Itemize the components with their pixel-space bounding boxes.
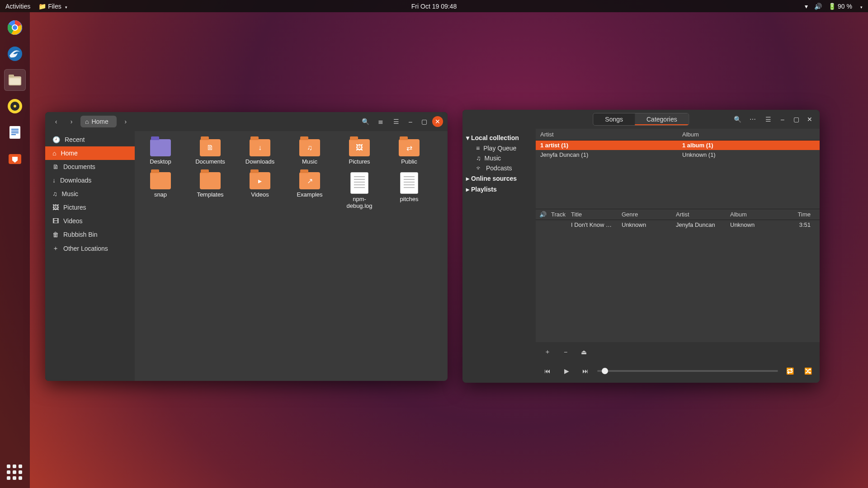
- dock-rhythmbox[interactable]: [4, 95, 26, 117]
- svg-rect-14: [11, 132, 19, 133]
- app-menu[interactable]: 📁 Files: [38, 3, 67, 10]
- prev-button[interactable]: ⏮: [541, 365, 554, 377]
- dock-chrome[interactable]: [4, 17, 26, 38]
- network-icon[interactable]: ▾: [805, 3, 808, 10]
- file-item-desktop[interactable]: Desktop: [141, 137, 180, 167]
- col-genre[interactable]: Genre: [622, 211, 676, 218]
- repeat-icon: 🔁: [786, 367, 794, 375]
- file-item-pictures[interactable]: 🖼Pictures: [340, 137, 379, 167]
- side-label: Rubbish Bin: [63, 231, 98, 238]
- minimize-button[interactable]: –: [405, 116, 416, 127]
- artist-row[interactable]: 1 artist (1): [536, 141, 678, 150]
- path-next[interactable]: ›: [119, 115, 132, 128]
- music-more-button[interactable]: ⋯: [746, 113, 759, 126]
- forward-button[interactable]: ›: [65, 115, 78, 128]
- battery-indicator[interactable]: 🔋 90 %: [828, 3, 852, 10]
- dock-files[interactable]: [4, 69, 26, 91]
- show-applications[interactable]: [7, 465, 23, 481]
- close-button[interactable]: ✕: [432, 116, 443, 127]
- music-minimize-button[interactable]: –: [777, 114, 788, 125]
- section-online[interactable]: ▸Online sources: [462, 173, 536, 184]
- tab-categories[interactable]: Categories: [635, 113, 689, 125]
- sidebar-play-queue[interactable]: ≡Play Queue: [462, 143, 536, 153]
- file-item-music[interactable]: ♫Music: [290, 137, 329, 167]
- side-label: Videos: [63, 217, 83, 225]
- col-album[interactable]: Album: [730, 211, 788, 218]
- view-toggle-button[interactable]: ≣: [374, 115, 387, 128]
- col-title[interactable]: Title: [571, 211, 622, 218]
- album-row[interactable]: Unknown (1): [678, 150, 820, 160]
- system-menu[interactable]: [859, 3, 863, 10]
- file-item-pitches[interactable]: pitches: [390, 170, 429, 211]
- repeat-button[interactable]: 🔁: [783, 365, 796, 377]
- file-item-examples[interactable]: ↗Examples: [290, 170, 329, 211]
- dock-thunderbird[interactable]: [4, 43, 26, 65]
- sidebar-item-rubbish-bin[interactable]: 🗑Rubbish Bin: [45, 228, 135, 241]
- folder-icon: [200, 172, 221, 189]
- shuffle-button[interactable]: 🔀: [802, 365, 814, 377]
- sidebar-item-videos[interactable]: 🎞Videos: [45, 214, 135, 228]
- file-item-public[interactable]: ⇄Public: [390, 137, 429, 167]
- artist-header[interactable]: Artist: [536, 129, 678, 141]
- music-close-button[interactable]: ✕: [804, 114, 815, 125]
- files-grid: Desktop🗎Documents↓Downloads♫Music🖼Pictur…: [141, 137, 441, 211]
- file-label: Examples: [297, 191, 322, 198]
- file-item-snap[interactable]: snap: [141, 170, 180, 211]
- col-track[interactable]: Track: [551, 211, 571, 218]
- volume-icon[interactable]: 🔊: [814, 3, 822, 10]
- search-button[interactable]: 🔍: [359, 115, 372, 128]
- side-label: Other Locations: [63, 245, 108, 252]
- add-button[interactable]: ＋: [541, 346, 554, 358]
- music-menu-button[interactable]: ☰: [762, 113, 774, 126]
- music-window: Songs Categories 🔍 ⋯ ☰ – ▢ ✕ ▾Local coll…: [462, 110, 820, 383]
- sidebar-item-downloads[interactable]: ↓Downloads: [45, 174, 135, 187]
- sidebar-item-music[interactable]: ♫Music: [45, 187, 135, 201]
- music-search-button[interactable]: 🔍: [731, 113, 744, 126]
- sidebar-item-pictures[interactable]: 🖼Pictures: [45, 201, 135, 214]
- file-item-documents[interactable]: 🗎Documents: [191, 137, 230, 167]
- activities-button[interactable]: Activities: [5, 3, 30, 10]
- back-button[interactable]: ‹: [50, 115, 62, 128]
- file-item-npm-debug-log[interactable]: npm-debug.log: [340, 170, 379, 211]
- file-item-templates[interactable]: Templates: [191, 170, 230, 211]
- play-button[interactable]: ▶: [560, 365, 573, 377]
- hamburger-button[interactable]: ☰: [390, 115, 402, 128]
- sidebar-item-other-locations[interactable]: ＋Other Locations: [45, 241, 135, 256]
- file-item-videos[interactable]: ▸Videos: [241, 170, 279, 211]
- seek-slider[interactable]: [597, 370, 778, 372]
- rss-icon: ᯤ: [476, 164, 482, 172]
- section-playlists[interactable]: ▸Playlists: [462, 184, 536, 195]
- tab-songs[interactable]: Songs: [593, 113, 635, 125]
- sidebar-music[interactable]: ♫Music: [462, 153, 536, 163]
- artist-row[interactable]: Jenyfa Duncan (1): [536, 150, 678, 160]
- sound-icon[interactable]: 🔊: [539, 211, 551, 218]
- remove-button[interactable]: −: [559, 346, 572, 358]
- col-time[interactable]: Time: [788, 211, 816, 218]
- sidebar-item-home[interactable]: ⌂Home: [45, 146, 135, 160]
- view-switcher: Songs Categories: [593, 113, 689, 126]
- dock-software[interactable]: [4, 148, 26, 169]
- plus-icon: ＋: [544, 348, 551, 356]
- slider-thumb[interactable]: [602, 368, 608, 374]
- eject-button[interactable]: ⏏: [577, 346, 590, 358]
- col-artist[interactable]: Artist: [676, 211, 730, 218]
- section-local[interactable]: ▾Local collection: [462, 132, 536, 143]
- maximize-button[interactable]: ▢: [419, 116, 429, 127]
- path-crumb-home[interactable]: ⌂ Home: [80, 116, 117, 127]
- app-menu-label: Files: [48, 3, 61, 10]
- album-row[interactable]: 1 album (1): [678, 141, 820, 150]
- battery-label: 90 %: [838, 3, 852, 10]
- next-button[interactable]: ⏭: [579, 365, 592, 377]
- dock-libreoffice[interactable]: [4, 122, 26, 143]
- music-maximize-button[interactable]: ▢: [791, 114, 802, 125]
- sidebar-item-recent[interactable]: 🕘Recent: [45, 133, 135, 146]
- battery-icon: 🔋: [828, 3, 836, 10]
- file-item-downloads[interactable]: ↓Downloads: [241, 137, 279, 167]
- clock[interactable]: Fri Oct 19 09:48: [411, 3, 457, 10]
- sidebar-podcasts[interactable]: ᯤPodcasts: [462, 163, 536, 173]
- track-row[interactable]: I Don't Know … Unknown Jenyfa Duncan Unk…: [536, 220, 820, 230]
- sidebar-item-documents[interactable]: 🗎Documents: [45, 160, 135, 174]
- crumb-label: Home: [91, 118, 108, 125]
- album-header[interactable]: Album: [678, 129, 820, 141]
- files-content[interactable]: Desktop🗎Documents↓Downloads♫Music🖼Pictur…: [135, 131, 448, 381]
